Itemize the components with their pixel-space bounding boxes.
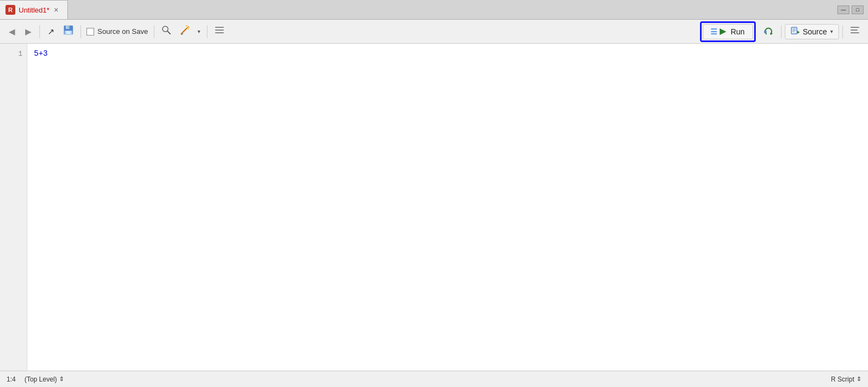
tab-close-button[interactable]: × [53,5,59,14]
svg-line-9 [187,26,188,26]
code-line-1: 5+3 [34,48,861,59]
line-number-1: 1 [0,48,27,59]
separator-5 [781,25,782,38]
wand-icon [180,25,190,38]
search-button[interactable] [158,23,175,40]
run-label: Run [731,27,745,36]
run-button-highlight: Run [700,21,756,42]
status-bar: 1:4 (Top Level) ⇕ R Script ⇕ [0,371,868,387]
svg-rect-2 [68,26,70,28]
align-button[interactable] [846,23,864,40]
separator-2 [80,25,81,38]
forward-icon: ▶ [25,27,32,37]
svg-rect-26 [850,27,859,28]
toolbar: ◀ ▶ ↗ Source on Save [0,20,868,44]
wand-dropdown-button[interactable]: ▾ [195,23,204,40]
tab-title: Untitled1* [19,6,49,14]
maximize-button[interactable]: □ [852,5,864,14]
svg-rect-28 [850,32,859,33]
separator-3 [154,25,154,38]
source-on-save-checkbox[interactable] [86,28,94,36]
editor-container: 1 5+3 [0,44,868,371]
svg-rect-4 [66,31,71,34]
svg-marker-25 [797,31,800,34]
svg-rect-27 [850,30,858,31]
minimize-button[interactable]: — [837,5,849,14]
script-type-arrow-icon: ⇕ [857,376,861,383]
back-icon: ◀ [9,27,15,37]
source-label: Source [803,27,827,36]
tab-untitled1[interactable]: R Untitled1* × [0,0,68,19]
script-type-label: R Script [831,376,854,383]
separator-6 [842,25,843,38]
svg-line-10 [188,27,189,27]
save-icon [63,25,74,38]
rerun-icon [763,26,774,37]
svg-rect-15 [215,30,224,31]
status-right: R Script ⇕ [831,376,861,383]
code-text-1: 5+3 [34,49,48,58]
source-button[interactable]: Source ▾ [785,24,839,39]
align-icon [849,25,860,38]
rerun-button[interactable] [759,24,778,39]
svg-line-12 [186,25,187,26]
context-arrow-icon: ⇕ [59,376,64,383]
window-controls: — □ [837,5,868,14]
svg-rect-13 [181,33,183,36]
search-icon [161,25,172,38]
script-type-selector[interactable]: R Script ⇕ [831,376,861,383]
status-left: 1:4 (Top Level) ⇕ [7,376,64,383]
svg-rect-16 [215,32,224,33]
back-button[interactable]: ◀ [4,23,20,40]
go-to-dir-button[interactable]: ↗ [43,23,59,40]
cursor-position: 1:4 [7,376,16,383]
tab-bar: R Untitled1* × — □ [0,0,868,20]
svg-line-6 [167,31,170,34]
editor-content[interactable]: 5+3 [27,44,868,371]
context-label: (Top Level) [25,376,57,383]
lines-icon [214,25,225,38]
source-on-save-label: Source on Save [97,27,148,36]
svg-rect-14 [215,27,224,28]
go-to-dir-icon: ↗ [48,27,55,37]
lines-button[interactable] [211,23,228,40]
run-icon [711,27,727,36]
source-dropdown-icon[interactable]: ▾ [830,28,833,34]
svg-line-11 [188,28,189,29]
run-button[interactable]: Run [703,24,753,39]
wand-button[interactable] [176,23,194,40]
source-on-save-toggle[interactable]: Source on Save [84,27,151,36]
save-button[interactable] [60,23,77,40]
source-icon [791,26,800,37]
separator-1 [39,25,40,38]
wand-dropdown-icon: ▾ [198,28,200,34]
context-selector[interactable]: (Top Level) ⇕ [25,376,64,383]
svg-marker-17 [720,28,726,35]
r-icon: R [5,5,15,15]
line-numbers: 1 [0,44,27,371]
separator-4 [207,25,207,38]
forward-button[interactable]: ▶ [21,23,36,40]
